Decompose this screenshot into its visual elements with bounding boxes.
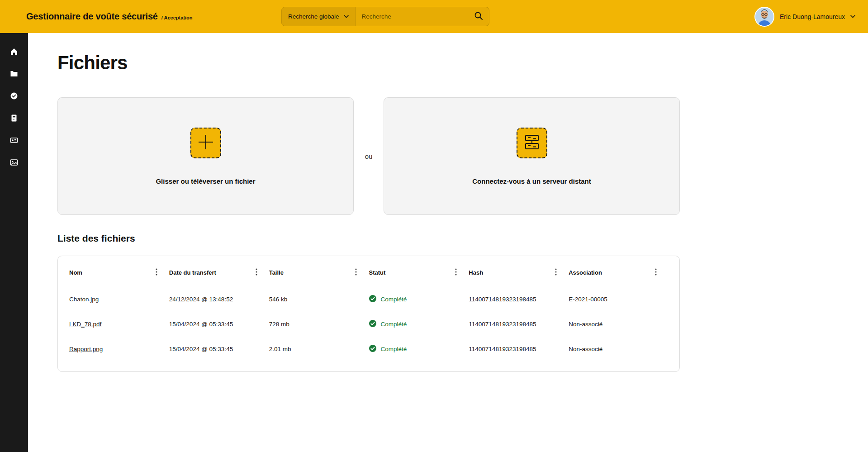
table-row-cell: Non-associé [569, 337, 669, 362]
table-row-cell: Rapport.png [69, 337, 169, 362]
remote-server-panel[interactable]: Connectez-vous à un serveur distant [384, 97, 680, 215]
chevron-down-icon [344, 15, 349, 18]
document-icon [10, 114, 18, 124]
table-row-cell: E-2021-00005 [569, 287, 669, 312]
table-row-cell: 15/04/2024 @ 05:33:45 [169, 312, 269, 337]
sidebar-nav [0, 33, 28, 452]
kebab-icon [156, 268, 157, 277]
column-label: Statut [369, 269, 385, 276]
remote-server-label: Connectez-vous à un serveur distant [472, 177, 591, 185]
association-link[interactable]: E-2021-00005 [569, 296, 607, 303]
column-label: Hash [469, 269, 483, 276]
file-table-grid: Nom Date du transfert Taille [69, 262, 669, 362]
status-label: Complété [380, 296, 407, 303]
upload-label: Glisser ou téléverser un fichier [156, 177, 255, 185]
file-list-title: Liste des fichiers [57, 233, 680, 244]
check-circle-icon [369, 295, 377, 304]
table-row-cell: 546 kb [269, 287, 369, 312]
check-circle-icon [369, 319, 377, 329]
server-icon [522, 132, 542, 154]
table-row-cell: 11400714819323198485 [469, 287, 569, 312]
kebab-icon [555, 268, 557, 277]
table-row-cell: 728 mb [269, 312, 369, 337]
column-header-taille: Taille [269, 262, 369, 287]
table-row-cell: LKD_78.pdf [69, 312, 169, 337]
column-label: Association [569, 269, 602, 276]
remote-server-target[interactable] [517, 128, 547, 158]
sidebar-item-files[interactable] [5, 65, 24, 83]
file-table: Nom Date du transfert Taille [57, 256, 680, 372]
user-avatar [754, 7, 774, 27]
column-header-date: Date du transfert [169, 262, 269, 287]
main-content: Fichiers Glisser ou téléverser un fichie… [28, 33, 868, 452]
app-header: Gestionnaire de voûte sécurisé / Accepta… [0, 0, 868, 33]
column-menu-button[interactable] [152, 268, 161, 277]
magnifier-icon [474, 11, 483, 22]
table-row-cell: 2.01 mb [269, 337, 369, 362]
user-menu[interactable]: Eric Duong-Lamoureux [754, 7, 855, 27]
upload-options: Glisser ou téléverser un fichier ou [57, 97, 680, 215]
column-menu-button[interactable] [651, 268, 660, 277]
status-badge: Complété [369, 312, 469, 337]
page-title: Fichiers [57, 52, 680, 74]
sidebar-item-home[interactable] [5, 43, 24, 61]
status-badge: Complété [369, 337, 469, 362]
status-badge: Complété [369, 287, 469, 312]
file-name-link[interactable]: LKD_78.pdf [69, 321, 101, 328]
column-menu-button[interactable] [551, 268, 560, 277]
sidebar-item-media[interactable] [5, 154, 24, 172]
column-menu-button[interactable] [451, 268, 460, 277]
column-label: Taille [269, 269, 284, 276]
image-icon [10, 158, 18, 168]
app-brand: Gestionnaire de voûte sécurisé / Accepta… [26, 11, 192, 22]
column-header-hash: Hash [469, 262, 569, 287]
global-search: Recherche globale [281, 7, 489, 26]
file-name-link[interactable]: Rapport.png [69, 346, 103, 352]
table-row-cell: 15/04/2024 @ 05:33:45 [169, 337, 269, 362]
sidebar-item-documents[interactable] [5, 109, 24, 128]
search-input[interactable] [356, 7, 468, 26]
user-name: Eric Duong-Lamoureux [780, 13, 845, 20]
kebab-icon [355, 268, 357, 277]
column-menu-button[interactable] [351, 268, 360, 277]
app-environment-label: / Acceptation [161, 15, 193, 20]
file-dropzone[interactable]: Glisser ou téléverser un fichier [57, 97, 354, 215]
table-row-cell: Non-associé [569, 312, 669, 337]
sidebar-item-records[interactable] [5, 132, 24, 150]
check-circle-icon [369, 344, 377, 354]
table-row-cell: 11400714819323198485 [469, 312, 569, 337]
app-title: Gestionnaire de voûte sécurisé [26, 11, 158, 22]
table-row-cell: 11400714819323198485 [469, 337, 569, 362]
table-row-cell: 24/12/2024 @ 13:48:52 [169, 287, 269, 312]
chevron-down-icon [850, 15, 855, 18]
column-header-statut: Statut [369, 262, 469, 287]
file-name-link[interactable]: Chaton.jpg [69, 296, 99, 303]
upload-target[interactable] [190, 128, 221, 158]
status-label: Complété [380, 321, 407, 328]
kebab-icon [655, 268, 657, 277]
kebab-icon [455, 268, 457, 277]
folder-icon [10, 70, 18, 79]
plus-icon [197, 133, 215, 153]
status-label: Complété [380, 346, 407, 352]
search-scope-label: Recherche globale [288, 13, 339, 20]
column-header-association: Association [569, 262, 669, 287]
search-button[interactable] [468, 7, 489, 26]
id-card-icon [10, 136, 18, 146]
home-icon [10, 48, 18, 57]
check-circle-icon [10, 92, 18, 101]
column-menu-button[interactable] [252, 268, 261, 277]
column-header-nom: Nom [69, 262, 169, 287]
table-row-cell: Chaton.jpg [69, 287, 169, 312]
kebab-icon [256, 268, 257, 277]
column-label: Date du transfert [169, 269, 216, 276]
search-scope-dropdown[interactable]: Recherche globale [282, 7, 356, 26]
sidebar-item-approvals[interactable] [5, 87, 24, 105]
column-label: Nom [69, 269, 82, 276]
or-separator: ou [354, 152, 384, 160]
